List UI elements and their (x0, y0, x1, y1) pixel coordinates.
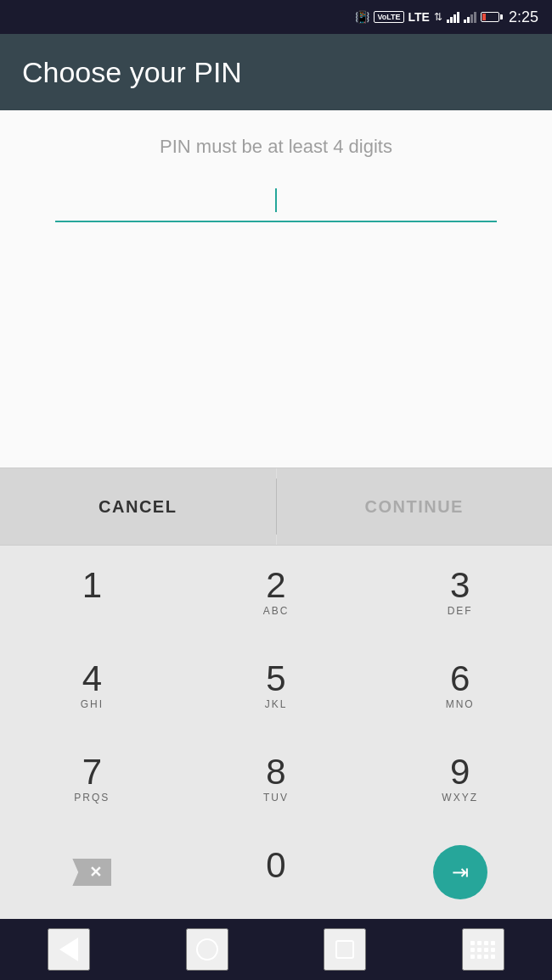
lte-icon: LTE (408, 10, 430, 24)
pin-input-container (55, 183, 497, 222)
key-3[interactable]: 3 DEF (368, 546, 552, 639)
key-6[interactable]: 6 MNO (368, 639, 552, 732)
numpad: 1 2 ABC 3 DEF 4 GHI 5 JKL 6 MNO 7 PRQS 8… (0, 546, 552, 919)
battery-icon (481, 12, 499, 22)
home-icon (196, 938, 218, 960)
continue-button[interactable]: CONTINUE (277, 468, 553, 545)
status-time: 2:25 (509, 8, 538, 26)
volte-badge: VoLTE (374, 11, 403, 23)
recents-button[interactable] (324, 928, 366, 971)
app-header: Choose your PIN (0, 34, 552, 110)
main-content: PIN must be at least 4 digits (0, 110, 552, 468)
key-enter[interactable]: ⇥ (368, 826, 552, 919)
key-8[interactable]: 8 TUV (184, 732, 369, 826)
keyboard-button[interactable] (462, 928, 504, 971)
back-icon (59, 938, 78, 961)
keyboard-icon (470, 941, 495, 959)
action-buttons: CANCEL CONTINUE (0, 468, 552, 546)
page-title: Choose your PIN (22, 56, 242, 89)
pin-hint: PIN must be at least 4 digits (160, 136, 392, 158)
key-0[interactable]: 0 (184, 826, 369, 919)
enter-icon: ⇥ (433, 845, 487, 899)
key-2[interactable]: 2 ABC (184, 546, 369, 639)
key-5[interactable]: 5 JKL (184, 639, 369, 732)
back-button[interactable] (48, 928, 90, 971)
key-delete[interactable]: ✕ (0, 826, 184, 919)
key-4[interactable]: 4 GHI (0, 639, 184, 732)
status-icons: 📳 VoLTE LTE ⇅ 2:25 (355, 8, 538, 26)
recents-icon (335, 940, 354, 959)
nav-bar (0, 919, 552, 980)
delete-icon: ✕ (72, 859, 111, 886)
signal-bar-1-icon (447, 11, 459, 23)
status-bar: 📳 VoLTE LTE ⇅ 2:25 (0, 0, 552, 34)
key-7[interactable]: 7 PRQS (0, 732, 184, 826)
cancel-button[interactable]: CANCEL (0, 468, 276, 545)
key-1[interactable]: 1 (0, 546, 184, 639)
vibrate-icon: 📳 (355, 10, 369, 24)
signal-bar-2-icon (464, 11, 476, 23)
signal-arrows-icon: ⇅ (434, 11, 442, 23)
pin-cursor (275, 188, 277, 212)
home-button[interactable] (186, 928, 228, 971)
key-9[interactable]: 9 WXYZ (368, 732, 552, 826)
